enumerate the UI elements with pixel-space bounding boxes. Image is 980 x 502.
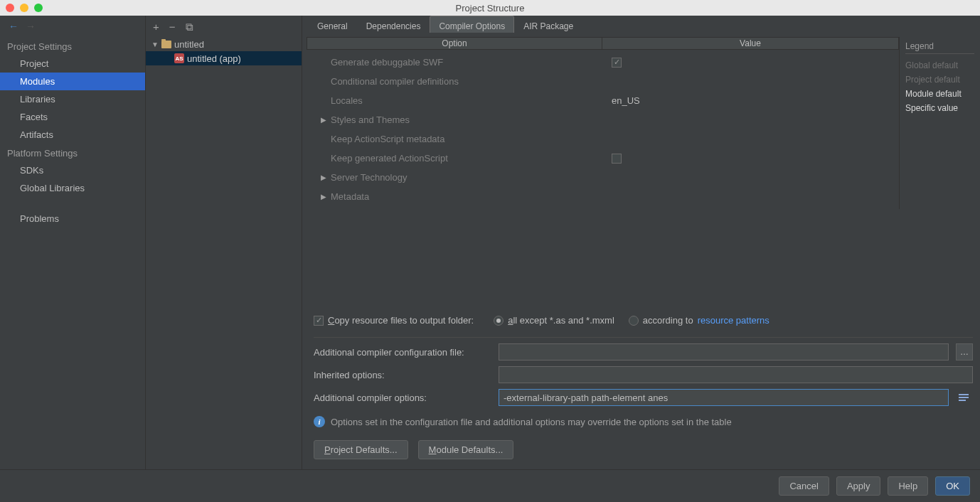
- info-icon: i: [314, 416, 325, 427]
- titlebar: Project Structure: [0, 0, 980, 16]
- copy-radio-group: all except *.as and *.mxml according to …: [494, 315, 769, 326]
- opt-generate-swf[interactable]: Generate debuggable SWF: [307, 53, 899, 72]
- config-file-input[interactable]: [499, 343, 949, 361]
- module-toolbar: + − ⧉: [146, 16, 302, 37]
- checkbox-generate-swf[interactable]: [612, 58, 622, 68]
- resource-patterns-link[interactable]: resource patterns: [698, 315, 769, 326]
- chevron-right-icon[interactable]: ▶: [321, 173, 331, 181]
- table-header: Option Value: [307, 37, 899, 50]
- back-arrow-icon[interactable]: ←: [9, 21, 18, 32]
- module-tree: ▼ untitled AS untitled (app): [146, 37, 302, 469]
- legend-global-default: Global default: [905, 58, 974, 73]
- module-defaults-button[interactable]: Module Defaults...: [418, 440, 514, 459]
- options-row: Option Value Generate debuggable SWF Con…: [307, 37, 980, 209]
- radio-according-to[interactable]: according to resource patterns: [629, 315, 769, 326]
- options-table: Option Value Generate debuggable SWF Con…: [307, 37, 899, 209]
- copy-resource-label: Copy resource files to output folder:: [328, 315, 474, 326]
- tree-module-untitled-app[interactable]: AS untitled (app): [146, 51, 302, 65]
- info-text: Options set in the configuration file an…: [331, 417, 732, 427]
- inherited-input[interactable]: [499, 366, 973, 383]
- tab-dependencies[interactable]: Dependencies: [357, 16, 430, 33]
- tree-folder-label: untitled: [174, 39, 204, 50]
- nav-sdks[interactable]: SDKs: [0, 161, 145, 179]
- th-option: Option: [307, 38, 602, 49]
- checkbox-keep-generated[interactable]: [612, 154, 622, 164]
- apply-button[interactable]: Apply: [836, 476, 881, 496]
- tab-general[interactable]: General: [308, 16, 357, 33]
- right-panel: General Dependencies Compiler Options AI…: [302, 16, 980, 469]
- minimize-window-button[interactable]: [20, 4, 28, 12]
- nav-arrows: ← →: [0, 16, 145, 37]
- close-window-button[interactable]: [6, 4, 14, 12]
- opt-metadata[interactable]: ▶ Metadata: [307, 187, 899, 206]
- module-tree-panel: + − ⧉ ▼ untitled AS untitled (app): [146, 16, 302, 469]
- tab-compiler-options[interactable]: Compiler Options: [430, 16, 514, 33]
- legend-specific-value: Specific value: [905, 101, 974, 115]
- radio-icon[interactable]: [494, 316, 504, 326]
- copy-icon[interactable]: ⧉: [186, 21, 193, 32]
- th-value: Value: [602, 38, 898, 49]
- copy-resource-checkbox-group[interactable]: Copy resource files to output folder:: [314, 315, 474, 326]
- form-grid: Additional compiler configuration file: …: [314, 337, 973, 412]
- tree-module-label: untitled (app): [187, 53, 241, 64]
- tree-folder-untitled[interactable]: ▼ untitled: [146, 37, 302, 51]
- remove-icon[interactable]: −: [169, 21, 176, 32]
- traffic-lights: [6, 4, 43, 12]
- help-button[interactable]: Help: [888, 476, 928, 496]
- expand-icon[interactable]: [956, 390, 971, 405]
- tab-air-package[interactable]: AIR Package: [514, 16, 582, 33]
- radio-all-except[interactable]: all except *.as and *.mxml: [494, 315, 614, 326]
- footer: Cancel Apply Help OK: [0, 469, 980, 502]
- svg-rect-0: [959, 394, 969, 395]
- legend-panel: Legend Global default Project default Mo…: [899, 37, 980, 209]
- sidebar-left: ← → Project Settings Project Modules Lib…: [0, 16, 146, 469]
- browse-button[interactable]: …: [956, 343, 973, 361]
- nav-problems[interactable]: Problems: [0, 210, 145, 228]
- ok-button[interactable]: OK: [935, 476, 970, 496]
- opt-keep-generated[interactable]: Keep generated ActionScript: [307, 149, 899, 168]
- section-platform-settings: Platform Settings: [0, 144, 145, 161]
- nav-libraries[interactable]: Libraries: [0, 90, 145, 108]
- opt-server-tech[interactable]: ▶ Server Technology: [307, 168, 899, 187]
- nav-facets[interactable]: Facets: [0, 108, 145, 126]
- window-title: Project Structure: [456, 3, 525, 14]
- checkbox-copy-resource[interactable]: [314, 316, 324, 326]
- copy-row: Copy resource files to output folder: al…: [314, 311, 973, 337]
- cancel-button[interactable]: Cancel: [779, 476, 829, 496]
- nav-modules[interactable]: Modules: [0, 73, 145, 90]
- chevron-down-icon[interactable]: ▼: [151, 41, 159, 48]
- nav-project[interactable]: Project: [0, 55, 145, 73]
- svg-rect-2: [959, 400, 966, 401]
- section-project-settings: Project Settings: [0, 37, 145, 55]
- folder-icon: [161, 41, 171, 48]
- tabs: General Dependencies Compiler Options AI…: [302, 16, 980, 33]
- svg-rect-1: [959, 397, 969, 398]
- config-file-label: Additional compiler configuration file:: [314, 347, 491, 358]
- legend-title: Legend: [905, 41, 974, 54]
- opt-keep-metadata[interactable]: Keep ActionScript metadata: [307, 129, 899, 149]
- options-label: Additional compiler options:: [314, 392, 491, 403]
- nav-global-libraries[interactable]: Global Libraries: [0, 179, 145, 197]
- opt-locales[interactable]: Locales en_US: [307, 91, 899, 110]
- table-body: Generate debuggable SWF Conditional comp…: [307, 50, 899, 209]
- legend-project-default: Project default: [905, 73, 974, 87]
- legend-module-default: Module default: [905, 87, 974, 101]
- project-defaults-button[interactable]: Project Defaults...: [314, 440, 408, 459]
- actionscript-icon: AS: [174, 53, 184, 63]
- inherited-label: Inherited options:: [314, 370, 491, 380]
- radio-icon[interactable]: [629, 316, 639, 326]
- info-row: i Options set in the configuration file …: [314, 412, 973, 436]
- opt-conditional-defs[interactable]: Conditional compiler definitions: [307, 72, 899, 91]
- opt-styles-themes[interactable]: ▶ Styles and Themes: [307, 110, 899, 129]
- add-icon[interactable]: +: [153, 21, 159, 32]
- content-area: Option Value Generate debuggable SWF Con…: [302, 33, 980, 469]
- additional-options-input[interactable]: [499, 389, 949, 406]
- main-container: ← → Project Settings Project Modules Lib…: [0, 16, 980, 469]
- forward-arrow-icon[interactable]: →: [26, 21, 36, 32]
- maximize-window-button[interactable]: [34, 4, 43, 12]
- defaults-row: Project Defaults... Module Defaults...: [314, 436, 973, 464]
- chevron-right-icon[interactable]: ▶: [321, 116, 331, 124]
- bottom-section: Copy resource files to output folder: al…: [307, 305, 980, 469]
- chevron-right-icon[interactable]: ▶: [321, 193, 331, 201]
- nav-artifacts[interactable]: Artifacts: [0, 126, 145, 144]
